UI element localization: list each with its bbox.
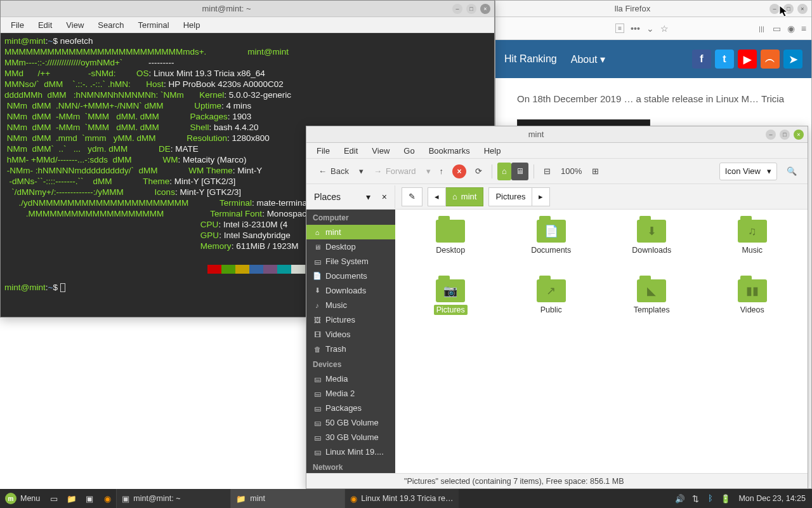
close-button[interactable]: × [794,130,804,140]
menu-bookmarks[interactable]: Bookmarks [422,145,476,157]
places-selector[interactable]: Places ▾ × [306,185,395,208]
folder-public[interactable]: ↗Public [502,277,601,334]
menu-edit[interactable]: Edit [32,19,58,31]
menu-file[interactable]: File [310,145,336,157]
menu-view[interactable]: View [60,19,90,31]
folder-pictures[interactable]: 📷Pictures [402,277,500,334]
maximize-button[interactable]: □ [783,4,794,14]
close-button[interactable]: × [797,4,808,14]
network-icon[interactable]: ⇅ [688,494,703,504]
zoom-level[interactable]: 100% [555,163,587,180]
facebook-icon[interactable]: f [692,50,711,69]
terminal-launcher[interactable]: ▣ [81,489,98,508]
sidebar-item-media-2[interactable]: 🖴Media 2 [306,386,395,401]
sidebar-item-desktop[interactable]: 🖥Desktop [306,239,395,254]
minimize-button[interactable]: – [769,4,780,14]
edit-path-button[interactable]: ✎ [402,187,422,206]
sidebar-item-30-gb-volume[interactable]: 🖴30 GB Volume [306,430,395,444]
firefox-launcher[interactable]: ◉ [98,489,116,508]
files-launcher[interactable]: 📁 [63,489,81,508]
back-button[interactable]: ← Back [313,163,355,180]
telegram-icon[interactable]: ➤ [783,50,802,69]
menu-button[interactable]: mMenu [0,489,45,508]
sidebar-item-pictures[interactable]: 🖼Pictures [306,312,395,327]
caja-file-view[interactable]: Desktop📄Documents⬇Downloads♫Music📷Pictur… [395,210,808,473]
sidebar-item-trash[interactable]: 🗑Trash [306,342,395,356]
more-icon[interactable]: ••• [631,23,640,34]
caja-sidebar[interactable]: Computer⌂mint🖥Desktop🖴File System📄Docume… [306,210,395,473]
path-back-button[interactable]: ◂ [428,187,446,206]
view-selector[interactable]: Icon View ▾ [719,163,777,180]
up-button[interactable]: ↑ [435,163,449,180]
menu-help[interactable]: Help [177,19,207,31]
sidebar-item-videos[interactable]: 🎞Videos [306,327,395,342]
back-dropdown[interactable]: ▾ [355,163,368,180]
sidebar-item-linux-mint-19-[interactable]: 🖴Linux Mint 19.... [306,444,395,459]
menu-go[interactable]: Go [397,145,421,157]
sidebar-item-downloads[interactable]: ⬇Downloads [306,283,395,298]
task-mint-mint-[interactable]: ▣ mint@mint: ~ [116,489,230,508]
sidebar-item-mint[interactable]: ⌂mint [306,225,395,239]
volume-icon[interactable]: 🔊 [672,494,688,504]
pocket-icon[interactable]: ⌄ [646,23,654,34]
maximize-button[interactable]: □ [780,130,790,140]
sidebar-item-file-system[interactable]: 🖴File System [306,254,395,269]
bluetooth-icon[interactable]: ᛒ [703,494,718,503]
menu-terminal[interactable]: Terminal [132,19,176,31]
task-mint[interactable]: 📁 mint [230,489,344,508]
caja-titlebar[interactable]: mint – □ × [306,126,808,143]
maximize-button[interactable]: □ [466,4,476,14]
places-close-icon[interactable]: × [382,192,387,202]
search-button[interactable]: 🔍 [782,163,801,180]
reload-button[interactable]: ⟳ [471,163,487,180]
show-desktop-button[interactable]: ▭ [45,489,63,508]
terminal-title: mint@mint: ~ [4,4,449,13]
menu-search[interactable]: Search [91,19,130,31]
youtube-icon[interactable]: ▶ [738,50,757,69]
firefox-titlebar[interactable]: lla Firefox – □ × [495,1,811,17]
caja-statusbar: "Pictures" selected (containing 7 items)… [306,473,808,488]
path-current[interactable]: Pictures [488,187,532,206]
task-linux-mint-19-3-tricia-re-[interactable]: ◉ Linux Mint 19.3 Tricia re… [344,489,459,508]
sidebar-item-50-gb-volume[interactable]: 🖴50 GB Volume [306,415,395,430]
sidebar-icon[interactable]: ▭ [773,23,781,34]
terminal-titlebar[interactable]: mint@mint: ~ – □ × [1,1,494,17]
stop-button[interactable]: × [448,163,471,180]
menu-view[interactable]: View [365,145,396,157]
minimize-button[interactable]: – [452,4,462,14]
sidebar-item-music[interactable]: ♪Music [306,298,395,312]
path-forward-button[interactable]: ▸ [532,187,550,206]
nav-ranking[interactable]: Hit Ranking [504,53,557,65]
home-button[interactable]: ⌂ [497,163,511,180]
folder-videos[interactable]: ▮▮Videos [704,277,802,334]
sidebar-item-media[interactable]: 🖴Media [306,371,395,386]
forward-dropdown[interactable]: ▾ [422,163,435,180]
zoom-out-button[interactable]: ⊟ [539,163,555,180]
menu-help[interactable]: Help [478,145,508,157]
twitter-icon[interactable]: t [715,50,734,69]
path-home[interactable]: ⌂ mint [446,187,483,206]
library-icon[interactable]: ⫼ [757,23,766,34]
star-icon[interactable]: ☆ [660,23,669,34]
zoom-in-button[interactable]: ⊞ [587,163,603,180]
reader-icon[interactable]: ≡ [615,23,624,33]
menu-file[interactable]: File [4,19,30,31]
folder-documents[interactable]: 📄Documents [502,217,601,274]
close-button[interactable]: × [480,4,490,14]
folder-desktop[interactable]: Desktop [402,217,500,274]
battery-icon[interactable]: 🔋 [718,494,733,504]
sidebar-item-packages[interactable]: 🖴Packages [306,401,395,415]
menu-icon[interactable]: ≡ [801,23,806,34]
nav-about[interactable]: About ▾ [571,53,605,65]
computer-button[interactable]: 🖥 [511,163,528,180]
account-icon[interactable]: ◉ [787,23,795,34]
folder-downloads[interactable]: ⬇Downloads [603,217,701,274]
menu-edit[interactable]: Edit [337,145,364,157]
forward-button[interactable]: → Forward [368,163,422,180]
folder-templates[interactable]: ◣Templates [603,277,701,334]
rss-icon[interactable]: ︵ [761,50,780,69]
sidebar-item-documents[interactable]: 📄Documents [306,269,395,283]
folder-music[interactable]: ♫Music [704,217,802,274]
clock[interactable]: Mon Dec 23, 14:25 [733,489,812,508]
minimize-button[interactable]: – [766,130,776,140]
